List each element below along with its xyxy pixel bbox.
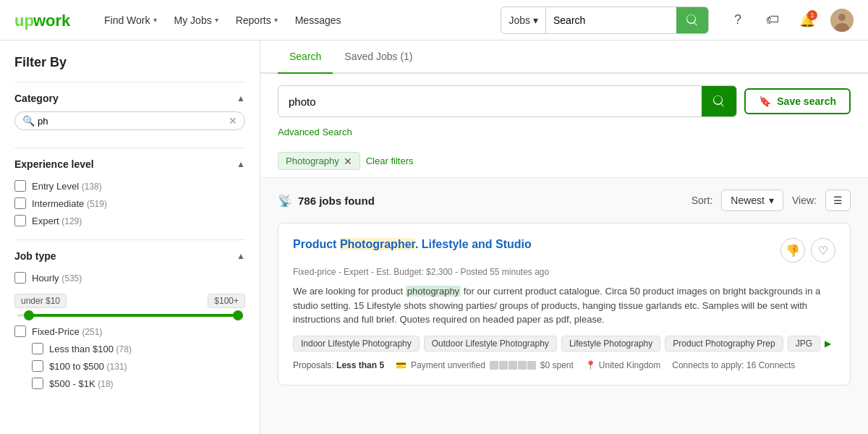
chevron-down-icon: ▾ [769,195,774,206]
price-slider-track[interactable] [17,314,242,317]
100-to-500-item[interactable]: $100 to $500 (131) [32,357,245,375]
less-than-100-item[interactable]: Less than $100 (78) [32,340,245,357]
payment-status: Payment unverified [411,360,485,370]
star-4 [518,361,527,370]
category-section: Category ▲ 🔍 ✕ [14,82,245,148]
category-section-title: Category [14,93,59,104]
entry-level-checkbox[interactable] [14,180,26,192]
experience-expert[interactable]: Expert (129) [14,212,245,229]
fixed-price-checkbox[interactable] [14,326,26,337]
view-label: View: [792,195,817,206]
experience-intermediate[interactable]: Intermediate (519) [14,195,245,212]
job-meta: Fixed-price - Expert - Est. Budget: $2,3… [293,267,835,277]
search-tabs: Search Saved Jobs (1) [260,41,868,74]
experience-entry-level[interactable]: Entry Level (138) [14,177,245,195]
navbar: up work Find Work ▾ My Jobs ▾ Reports ▾ … [0,0,868,41]
bookmark-icon: 🔖 [759,95,771,107]
nav-search-button[interactable] [676,7,708,33]
sort-dropdown[interactable]: Newest ▾ [721,190,783,211]
clear-filters-button[interactable]: Clear filters [366,156,414,166]
tag-0: Indoor Lifestyle Photography [293,336,420,352]
connects-info: Connects to apply: 16 Connects [672,360,795,370]
more-tags-button[interactable]: ▶ [825,339,831,349]
photography-filter-tag: Photography ✕ [278,152,360,170]
tab-search[interactable]: Search [278,41,333,74]
job-title[interactable]: Product Photographer. Lifestyle and Stud… [293,238,532,251]
500-to-1k-checkbox[interactable] [32,378,43,389]
promotions-button[interactable]: 🏷 [761,9,784,32]
category-section-header[interactable]: Category ▲ [14,93,245,104]
slider-thumb-max[interactable] [233,310,243,320]
search-area: 🔖 Save search Advanced Search Photograph… [260,74,868,178]
nav-messages[interactable]: Messages [288,9,349,32]
user-avatar[interactable] [830,9,854,32]
job-type-header[interactable]: Job type ▲ [14,250,245,262]
chevron-down-icon: ▾ [533,14,538,26]
nav-links: Find Work ▾ My Jobs ▾ Reports ▾ Messages [97,9,492,32]
help-button[interactable]: ? [726,9,749,32]
tag-1: Outdoor Lifestyle Photography [424,336,557,352]
save-job-button[interactable]: ♡ [811,238,835,263]
payment-icon: 💳 [396,360,407,370]
expert-checkbox[interactable] [14,215,26,226]
chevron-up-icon: ▲ [237,93,245,103]
dislike-job-button[interactable]: 👎 [780,238,805,263]
slider-thumb-min[interactable] [24,310,34,320]
nav-find-work[interactable]: Find Work ▾ [97,9,164,32]
results-header: 📡 786 jobs found Sort: Newest ▾ View: ☰ [278,190,851,211]
rating-stars [490,361,536,370]
hourly-checkbox-item[interactable]: Hourly (535) [14,269,245,286]
advanced-search-link[interactable]: Advanced Search [278,127,352,137]
search-icon: 🔍 [22,115,35,127]
sidebar: Filter By Category ▲ 🔍 ✕ Experience leve… [0,41,260,434]
slider-fill [29,314,238,317]
price-min-label: under $10 [14,294,67,308]
nav-my-jobs[interactable]: My Jobs ▾ [167,9,226,32]
main-content: Search Saved Jobs (1) 🔖 Save search [260,41,868,434]
search-main-input[interactable] [278,88,702,115]
job-card: Product Photographer. Lifestyle and Stud… [278,223,851,386]
less-than-100-checkbox[interactable] [32,343,43,354]
view-toggle-button[interactable]: ☰ [825,190,851,211]
chevron-down-icon: ▾ [274,16,278,24]
filter-by-title: Filter By [14,55,245,70]
notifications-button[interactable]: 🔔 1 [796,9,819,32]
category-search-input[interactable] [38,116,229,127]
tag-2: Lifestyle Photography [561,336,660,352]
fixed-price-sub-items: Less than $100 (78) $100 to $500 (131) $… [14,340,245,392]
tag-3: Product Photography Prep [665,336,783,352]
location-info: 📍 United Kingdom [585,360,660,370]
job-type-title: Job type [14,250,56,262]
tab-saved-jobs[interactable]: Saved Jobs (1) [333,41,424,74]
tag-4: JPG [788,336,820,352]
experience-level-title: Experience level [14,158,94,170]
search-bar: 🔖 Save search [278,85,851,117]
chevron-up-icon: ▲ [237,251,245,261]
remove-photography-tag-button[interactable]: ✕ [344,156,352,166]
fixed-price-checkbox-item[interactable]: Fixed-Price (251) [14,323,245,340]
logo[interactable]: up work [14,10,80,30]
intermediate-checkbox[interactable] [14,197,26,209]
save-search-button[interactable]: 🔖 Save search [744,88,851,114]
500-to-1k-item[interactable]: $500 - $1K (18) [32,375,245,392]
results-count: 786 jobs found [298,195,375,207]
search-submit-button[interactable] [702,86,736,116]
rss-icon: 📡 [278,194,292,208]
job-footer: Proposals: Less than 5 💳 Payment unverif… [293,360,835,370]
star-1 [490,361,498,370]
sort-label: Sort: [692,195,713,206]
nav-reports[interactable]: Reports ▾ [229,9,285,32]
experience-level-header[interactable]: Experience level ▲ [14,158,245,170]
page-layout: Filter By Category ▲ 🔍 ✕ Experience leve… [0,41,868,434]
chevron-down-icon: ▾ [215,16,218,24]
category-search-bar: 🔍 ✕ [14,111,245,130]
search-category-dropdown[interactable]: Jobs ▾ [501,7,546,33]
nav-search-input[interactable] [546,7,676,33]
100-to-500-checkbox[interactable] [32,360,43,372]
nav-icons: ? 🏷 🔔 1 [726,9,854,32]
proposals-text: Proposals: Less than 5 [293,360,384,370]
category-search-clear-button[interactable]: ✕ [229,116,237,126]
filter-tags: Photography ✕ Clear filters [278,145,851,177]
hourly-checkbox[interactable] [14,272,26,284]
star-2 [499,361,508,370]
